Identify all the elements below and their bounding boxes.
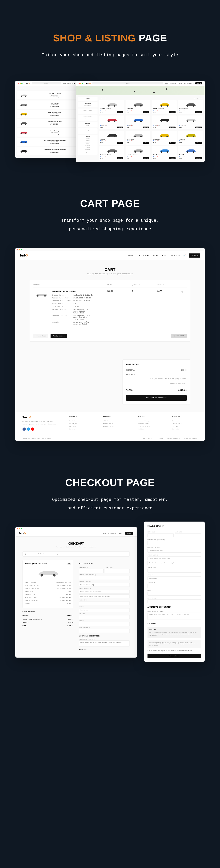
svg-point-9 bbox=[25, 133, 26, 134]
traffic-lights bbox=[18, 83, 23, 84]
svg-point-15 bbox=[114, 105, 115, 106]
checkout-section: CHECKOUT PAGE Optimized checkout page fo… bbox=[0, 477, 220, 687]
product-card[interactable]: Sport Car ♿4⚙Auto⛽Gas $24.00 Add to cart bbox=[99, 131, 124, 145]
svg-point-13 bbox=[25, 152, 26, 153]
product-card[interactable]: Super GT ♿4⚙Auto⛽Gas $24.00 Add to cart bbox=[178, 146, 203, 160]
svg-point-5 bbox=[25, 115, 26, 116]
svg-point-18 bbox=[160, 105, 162, 106]
product-card[interactable]: Range Classic ♿4⚙Auto⛽Gas $24.00 Add to … bbox=[152, 131, 177, 145]
svg-point-48 bbox=[40, 574, 43, 577]
cart-item-row: LAMBORGHINI GALLARDO Choose Inventory:La… bbox=[33, 288, 187, 328]
svg-point-33 bbox=[140, 136, 142, 137]
product-card[interactable]: Audi 2024 Q5 ♿4⚙Auto⛽Gas $24.00 Add to c… bbox=[126, 100, 150, 114]
terms-checkbox[interactable]: ☐I have read and agree to the website te… bbox=[148, 650, 201, 651]
product-card[interactable]: Mini Cooper ♿4⚙Auto⛽Gas $24.00 Add to ca… bbox=[126, 116, 150, 129]
product-card[interactable]: Chevrolet Corvette ♿4⚙Auto⛽Gas $24.00 Ad… bbox=[178, 116, 203, 129]
map-view[interactable] bbox=[76, 86, 205, 95]
checkout-desc: Optimized checkout page for faster, smoo… bbox=[0, 495, 220, 513]
footer: TurbO We design products that delight an… bbox=[15, 412, 205, 435]
svg-point-3 bbox=[25, 105, 26, 106]
cart-title: CART PAGE bbox=[0, 197, 220, 209]
order-product: Lamborghini Gallardo ×1 CHOOSE INVENTORY… bbox=[23, 560, 73, 608]
svg-point-0 bbox=[21, 96, 22, 97]
youtube-icon[interactable]: ▶ bbox=[31, 428, 34, 431]
checkout-mockups: TurbO HOME CAR LISTING ▾ ABOUT SIGN IN C… bbox=[15, 527, 205, 687]
svg-point-11 bbox=[25, 142, 26, 143]
svg-point-29 bbox=[193, 121, 194, 122]
svg-point-49 bbox=[53, 574, 56, 577]
product-card[interactable]: Audi 2024 A4 allroad ♿4⚙Auto⛽Gas $24.00 … bbox=[99, 100, 124, 114]
svg-point-25 bbox=[140, 121, 142, 122]
svg-point-43 bbox=[166, 151, 168, 153]
svg-point-20 bbox=[187, 105, 188, 106]
product-card[interactable]: Ford Mustang ♿4⚙Auto⛽Gas $24.00 Add to c… bbox=[99, 116, 124, 129]
product-card[interactable]: Chevrolet Camaro ♿4⚙Auto⛽Gas $24.00 Add … bbox=[178, 100, 203, 114]
svg-point-22 bbox=[108, 121, 109, 122]
cart-icon[interactable]: 🛒 bbox=[183, 254, 186, 256]
twitter-icon[interactable]: t bbox=[27, 428, 30, 431]
product-card[interactable]: Convertible Supercar ♿4⚙Auto⛽Gas $24.00 … bbox=[126, 146, 150, 160]
svg-point-23 bbox=[114, 121, 115, 122]
shop-desc: Tailor your shop and listing pages to su… bbox=[0, 51, 220, 59]
shop-listing-section: SHOP & LISTING PAGE Tailor your shop and… bbox=[0, 32, 220, 162]
svg-point-47 bbox=[44, 295, 46, 297]
svg-point-46 bbox=[37, 295, 38, 297]
product-card[interactable]: BMW M4 Gran Coupé ♿4⚙Auto⛽Gas $24.00 Add… bbox=[152, 100, 177, 114]
search-input[interactable]: Search... bbox=[32, 82, 61, 85]
signin-button[interactable]: SIGN IN bbox=[195, 82, 202, 85]
svg-point-6 bbox=[21, 124, 22, 125]
logo: TurbO bbox=[25, 83, 30, 85]
svg-point-21 bbox=[193, 105, 194, 106]
svg-point-16 bbox=[134, 105, 136, 106]
svg-point-42 bbox=[160, 151, 162, 153]
place-order-button[interactable]: Place Order bbox=[148, 654, 201, 658]
product-card[interactable]: City Compact ♿4⚙Auto⛽Gas $24.00 Add to c… bbox=[178, 131, 203, 145]
svg-point-26 bbox=[160, 121, 162, 122]
cart-section: CART PAGE Transform your shop page for a… bbox=[0, 197, 220, 441]
product-card[interactable]: Black Cross ♿4⚙Auto⛽Gas $24.00 Add to ca… bbox=[152, 116, 177, 129]
svg-point-2 bbox=[21, 105, 22, 106]
svg-point-19 bbox=[166, 105, 168, 106]
svg-point-7 bbox=[25, 124, 26, 125]
svg-point-17 bbox=[140, 105, 142, 106]
svg-point-44 bbox=[187, 151, 188, 153]
product-card[interactable]: Lamborghini Gallardo ♿4⚙Auto⛽Gas $24.00 … bbox=[99, 146, 124, 160]
product-card[interactable]: Grand Tourer ♿4⚙Auto⛽Gas $24.00 Add to c… bbox=[152, 146, 177, 160]
billing-panel: BILLING DETAILS FIRST NAME * LAST NAME *… bbox=[144, 522, 205, 662]
proceed-checkout-button[interactable]: Proceed to checkout bbox=[126, 395, 187, 401]
cart-desc: Transform your shop page for a unique, p… bbox=[0, 216, 220, 234]
svg-point-38 bbox=[108, 151, 109, 153]
svg-point-30 bbox=[108, 136, 109, 137]
svg-point-34 bbox=[160, 136, 162, 137]
svg-point-40 bbox=[134, 151, 136, 153]
svg-point-4 bbox=[21, 115, 22, 116]
svg-point-10 bbox=[21, 142, 22, 143]
product-image bbox=[33, 290, 50, 299]
shop-mockup-grid: TurbO Search... HOME CAR LISTING ▾ ABOUT… bbox=[76, 81, 205, 162]
svg-point-28 bbox=[187, 121, 188, 122]
svg-point-27 bbox=[166, 121, 168, 122]
svg-point-12 bbox=[21, 152, 22, 153]
svg-point-31 bbox=[114, 136, 115, 137]
svg-point-37 bbox=[193, 136, 194, 137]
signin-button[interactable]: SIGN IN bbox=[189, 253, 200, 257]
svg-point-14 bbox=[108, 105, 109, 106]
coupon-input[interactable]: Coupon Code bbox=[33, 334, 48, 338]
coupon-notice[interactable]: ⓘ Have a coupon? Click here to enter you… bbox=[23, 551, 130, 557]
svg-point-35 bbox=[166, 136, 168, 137]
svg-point-24 bbox=[134, 121, 136, 122]
checkout-title: CHECKOUT PAGE bbox=[0, 477, 220, 488]
facebook-icon[interactable]: f bbox=[23, 428, 26, 431]
remove-item-button[interactable]: ⊗ bbox=[181, 290, 187, 293]
mockup-header: TurbO Search... HOME CAR LISTING ▾ ABOUT… bbox=[76, 81, 205, 86]
svg-point-32 bbox=[134, 136, 136, 137]
update-cart-button[interactable]: Update cart bbox=[171, 334, 187, 338]
logo: TurbO bbox=[20, 254, 28, 257]
search-input[interactable]: Search... bbox=[92, 82, 163, 85]
cart-totals: CART TOTALS SUBTOTAL:$66.00 SHIPPING: En… bbox=[123, 360, 190, 404]
apply-coupon-button[interactable]: Apply coupon bbox=[51, 334, 67, 338]
svg-point-1 bbox=[25, 96, 26, 97]
svg-point-36 bbox=[187, 136, 188, 137]
cart-table: PRODUCT PRICE QUANTITY SUBTOTAL LAMBORGH… bbox=[30, 280, 190, 342]
product-card[interactable]: Luxury Sedan ♿4⚙Auto⛽Gas $24.00 Add to c… bbox=[126, 131, 150, 145]
